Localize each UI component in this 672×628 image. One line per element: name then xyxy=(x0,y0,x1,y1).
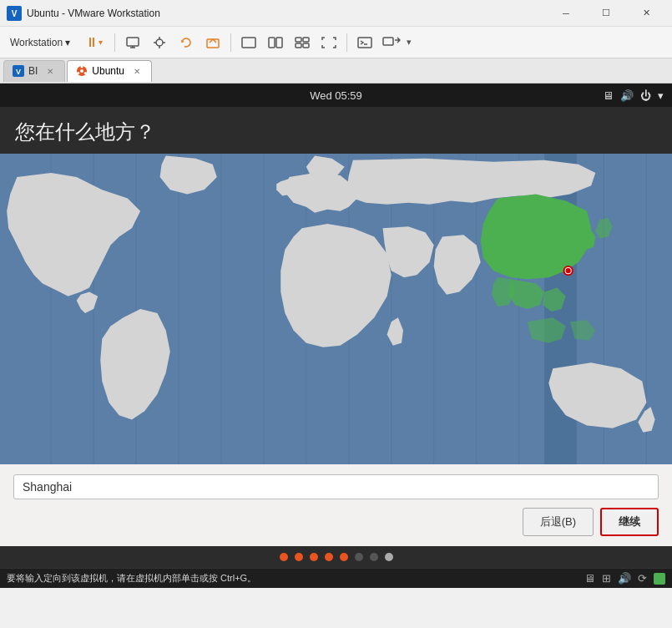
status-icon-display[interactable]: ⊞ xyxy=(602,572,611,585)
svg-rect-16 xyxy=(383,38,393,45)
topbar-icons: 🖥 🔊 ⏻ ▾ xyxy=(603,89,664,102)
progress-dots xyxy=(0,546,672,568)
minimize-button[interactable]: ─ xyxy=(547,0,585,27)
snapshot-button[interactable] xyxy=(148,31,171,54)
svg-rect-7 xyxy=(242,38,255,48)
svg-rect-12 xyxy=(296,43,301,48)
ubuntu-topbar: Wed 05:59 🖥 🔊 ⏻ ▾ xyxy=(0,84,672,107)
svg-rect-14 xyxy=(358,38,371,48)
tab-ubuntu-close[interactable]: ✕ xyxy=(131,65,143,77)
ubuntu-install-screen: 您在什么地方？ xyxy=(0,107,672,546)
svg-point-20 xyxy=(80,69,83,73)
install-buttons: 后退(B) 继续 xyxy=(13,508,659,536)
progress-dot-6 xyxy=(355,553,363,561)
ubuntu-icon xyxy=(76,65,88,77)
svg-point-5 xyxy=(156,39,163,46)
tab-ubuntu-label: Ubuntu xyxy=(92,65,124,77)
progress-dot-3 xyxy=(310,553,318,561)
network-icon[interactable]: 🖥 xyxy=(603,89,614,102)
terminal-button[interactable] xyxy=(353,31,376,54)
restore-button[interactable]: ☐ xyxy=(587,0,625,27)
resize-button[interactable] xyxy=(380,31,403,54)
progress-dot-8 xyxy=(385,553,393,561)
window-title: Ubuntu - VMware Workstation xyxy=(27,8,547,19)
status-connected-indicator xyxy=(654,573,665,585)
system-time: Wed 05:59 xyxy=(310,89,362,102)
close-button[interactable]: ✕ xyxy=(627,0,665,27)
progress-dot-5 xyxy=(340,553,348,561)
progress-dot-2 xyxy=(295,553,303,561)
title-bar: V Ubuntu - VMware Workstation ─ ☐ ✕ xyxy=(0,0,672,27)
progress-dot-7 xyxy=(370,553,378,561)
power-icon[interactable]: ⏻ xyxy=(640,89,651,102)
tab-home-close[interactable]: ✕ xyxy=(44,65,56,77)
fullscreen-button[interactable] xyxy=(317,31,341,54)
vm-content: Wed 05:59 🖥 🔊 ⏻ ▾ 您在什么地方？ xyxy=(0,84,672,568)
svg-rect-13 xyxy=(303,43,309,48)
world-map[interactable] xyxy=(0,154,672,464)
pause-button[interactable]: ⏸▾ xyxy=(78,31,109,54)
svg-point-21 xyxy=(81,66,83,68)
status-icon-sound[interactable]: 🔊 xyxy=(618,572,631,585)
tab-ubuntu[interactable]: Ubuntu ✕ xyxy=(67,60,152,82)
install-question: 您在什么地方？ xyxy=(0,107,672,154)
home-icon: V xyxy=(13,65,24,77)
svg-rect-11 xyxy=(303,38,309,42)
svg-text:V: V xyxy=(16,68,21,76)
svg-rect-10 xyxy=(296,38,301,42)
back-button[interactable]: 后退(B) xyxy=(523,508,594,536)
status-icon-network[interactable]: 🖥 xyxy=(584,572,595,585)
svg-text:V: V xyxy=(12,9,18,18)
svg-rect-2 xyxy=(127,38,139,46)
location-input[interactable] xyxy=(13,474,659,499)
window-controls: ─ ☐ ✕ xyxy=(547,0,665,27)
svg-rect-8 xyxy=(269,38,275,48)
toolbar-separator-3 xyxy=(346,33,347,52)
workstation-label: Workstation xyxy=(10,37,63,48)
status-hint: 要将输入定向到该虚拟机，请在虚拟机内部单击或按 Ctrl+G。 xyxy=(7,572,256,585)
progress-dot-4 xyxy=(325,553,333,561)
tab-bar: V BI ✕ Ubuntu ✕ xyxy=(0,58,672,84)
split-view-button[interactable] xyxy=(264,31,287,54)
revert-button[interactable] xyxy=(174,31,198,54)
svg-point-42 xyxy=(566,268,571,273)
app-icon: V xyxy=(7,6,22,21)
sound-icon[interactable]: 🔊 xyxy=(620,89,634,102)
toolbar: Workstation ▾ ⏸▾ xyxy=(0,27,672,58)
grid-view-button[interactable] xyxy=(291,31,314,54)
power-dropdown[interactable]: ▾ xyxy=(658,89,664,102)
svg-rect-9 xyxy=(276,38,282,48)
send-key-button[interactable] xyxy=(201,31,225,54)
toolbar-separator-1 xyxy=(114,33,115,52)
resize-dropdown[interactable]: ▾ xyxy=(407,37,412,48)
tab-home[interactable]: V BI ✕ xyxy=(3,60,65,82)
single-view-button[interactable] xyxy=(237,31,260,54)
svg-rect-6 xyxy=(207,39,219,48)
svg-point-23 xyxy=(78,72,80,74)
continue-button[interactable]: 继续 xyxy=(600,508,659,536)
tab-home-label: BI xyxy=(28,65,38,77)
dropdown-icon: ▾ xyxy=(65,37,70,48)
toolbar-separator-2 xyxy=(230,33,231,52)
status-icon-usb[interactable]: ⟳ xyxy=(638,572,647,585)
status-right-icons: 🖥 ⊞ 🔊 ⟳ xyxy=(584,572,665,585)
workstation-menu[interactable]: Workstation ▾ xyxy=(5,34,75,51)
settings-button[interactable] xyxy=(121,31,144,54)
progress-dot-1 xyxy=(280,553,288,561)
status-bar: 要将输入定向到该虚拟机，请在虚拟机内部单击或按 Ctrl+G。 🖥 ⊞ 🔊 ⟳ xyxy=(0,568,672,588)
svg-point-22 xyxy=(84,72,87,74)
install-bottom-panel: 后退(B) 继续 xyxy=(0,464,672,546)
location-question-text: 您在什么地方？ xyxy=(15,120,155,143)
